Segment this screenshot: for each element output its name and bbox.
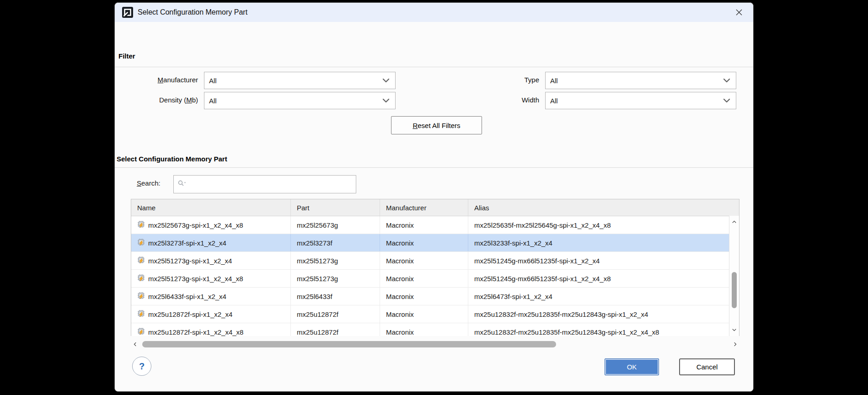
- cell-name: mx25l51273g-spi-x1_x2_x4_x8: [131, 270, 291, 287]
- parts-section-divider: [115, 167, 753, 168]
- help-button[interactable]: ?: [132, 357, 151, 376]
- dialog-titlebar: Select Configuration Memory Part: [115, 3, 753, 22]
- cell-name: mx25l6433f-spi-x1_x2_x4: [131, 288, 291, 305]
- width-dropdown[interactable]: All: [545, 92, 736, 109]
- table-body: mx25l25673g-spi-x1_x2_x4_x8 mx25l25673g …: [131, 216, 730, 336]
- memory-chip-icon: [137, 310, 145, 319]
- cell-manufacturer: Macronix: [380, 234, 468, 251]
- width-label: Width: [522, 96, 539, 104]
- memory-chip-icon: [137, 220, 145, 230]
- dialog-title: Select Configuration Memory Part: [138, 8, 247, 16]
- cell-alias: mx25l25635f-mx25l25645g-spi-x1_x2_x4_x8: [468, 216, 730, 234]
- cell-alias: mx25u12832f-mx25u12835f-mx25u12843g-spi-…: [468, 323, 730, 336]
- table-row[interactable]: mx25u12872f-spi-x1_x2_x4_x8 mx25u12872f …: [131, 323, 730, 336]
- horizontal-scrollbar[interactable]: [131, 340, 739, 349]
- cell-manufacturer: Macronix: [380, 270, 468, 287]
- cell-alias: mx25l51245g-mx66l51235f-spi-x1_x2_x4_x8: [468, 270, 730, 287]
- scroll-left-icon[interactable]: [131, 340, 139, 349]
- cell-part: mx25l3273f: [291, 234, 380, 251]
- cell-alias: mx25l51245g-mx66l51235f-spi-x1_x2_x4: [468, 252, 730, 269]
- density-label: Density (Mb): [159, 96, 198, 104]
- type-label: Type: [524, 76, 539, 84]
- scroll-up-icon[interactable]: [729, 217, 739, 227]
- table-row[interactable]: mx25l3273f-spi-x1_x2_x4 mx25l3273f Macro…: [131, 234, 730, 252]
- table-row[interactable]: mx25l25673g-spi-x1_x2_x4_x8 mx25l25673g …: [131, 216, 730, 234]
- column-header-part[interactable]: Part: [291, 199, 380, 216]
- cell-alias: mx25l3233f-spi-x1_x2_x4: [468, 234, 730, 251]
- table-row[interactable]: mx25l6433f-spi-x1_x2_x4 mx25l6433f Macro…: [131, 288, 730, 305]
- table-header-row: Name Part Manufacturer Alias: [131, 199, 739, 216]
- column-header-name[interactable]: Name: [131, 199, 291, 216]
- memory-chip-icon: [137, 327, 145, 336]
- chevron-down-icon: [723, 97, 730, 106]
- memory-chip-icon: [137, 256, 145, 265]
- table-row[interactable]: mx25l51273g-spi-x1_x2_x4_x8 mx25l51273g …: [131, 270, 730, 288]
- memory-chip-icon: [137, 274, 145, 283]
- close-icon[interactable]: [732, 5, 746, 19]
- type-dropdown[interactable]: All: [545, 72, 736, 89]
- cell-alias: mx25u12832f-mx25u12835f-mx25u12843g-spi-…: [468, 305, 730, 323]
- column-header-manufacturer[interactable]: Manufacturer: [380, 199, 468, 216]
- type-dropdown-value: All: [550, 77, 558, 85]
- vertical-scrollbar[interactable]: [729, 216, 739, 336]
- desktop-background: Select Configuration Memory Part Filter …: [0, 0, 868, 395]
- parts-section-title: Select Configuration Memory Part: [117, 155, 227, 163]
- table-row[interactable]: mx25u12872f-spi-x1_x2_x4 mx25u12872f Mac…: [131, 305, 730, 323]
- cell-manufacturer: Macronix: [380, 323, 468, 336]
- search-box: [173, 175, 356, 193]
- width-dropdown-value: All: [550, 97, 558, 105]
- cell-part: mx25l51273g: [291, 270, 380, 287]
- scroll-right-icon[interactable]: [731, 340, 739, 349]
- cell-name: mx25u12872f-spi-x1_x2_x4: [131, 305, 291, 323]
- filter-section-title: Filter: [118, 52, 135, 60]
- cell-part: mx25l51273g: [291, 252, 380, 269]
- filter-section-divider: [115, 67, 753, 67]
- density-dropdown[interactable]: All: [204, 92, 396, 109]
- search-input[interactable]: [189, 180, 352, 189]
- cell-manufacturer: Macronix: [380, 288, 468, 305]
- cell-alias: mx25l6473f-spi-x1_x2_x4: [468, 288, 730, 305]
- xilinx-app-icon: [122, 7, 133, 18]
- chevron-down-icon: [723, 77, 730, 85]
- cell-name: mx25l25673g-spi-x1_x2_x4_x8: [131, 216, 291, 234]
- cell-name: mx25u12872f-spi-x1_x2_x4_x8: [131, 323, 291, 336]
- cell-part: mx25l25673g: [291, 216, 380, 234]
- memory-chip-icon: [137, 292, 145, 301]
- table-row[interactable]: mx25l51273g-spi-x1_x2_x4 mx25l51273g Mac…: [131, 252, 730, 270]
- select-configuration-memory-part-dialog: Select Configuration Memory Part Filter …: [114, 2, 754, 392]
- manufacturer-label: Manufacturer: [158, 76, 198, 84]
- column-header-alias[interactable]: Alias: [468, 199, 739, 216]
- chevron-down-icon: [382, 77, 390, 85]
- scroll-down-icon[interactable]: [729, 325, 739, 335]
- cell-part: mx25u12872f: [291, 305, 380, 323]
- cell-part: mx25l6433f: [291, 288, 380, 305]
- cell-part: mx25u12872f: [291, 323, 380, 336]
- ok-button[interactable]: OK: [605, 358, 659, 375]
- cell-name: mx25l51273g-spi-x1_x2_x4: [131, 252, 291, 269]
- horizontal-scrollbar-thumb[interactable]: [142, 341, 556, 347]
- reset-all-filters-button[interactable]: Reset All Filters: [391, 116, 482, 134]
- cell-manufacturer: Macronix: [380, 252, 468, 269]
- vertical-scrollbar-thumb[interactable]: [732, 272, 737, 308]
- cell-name: mx25l3273f-spi-x1_x2_x4: [131, 234, 291, 251]
- memory-part-table: Name Part Manufacturer Alias mx25l25673g…: [131, 199, 739, 336]
- memory-chip-icon: [137, 238, 145, 247]
- cancel-button[interactable]: Cancel: [679, 358, 735, 375]
- density-dropdown-value: All: [209, 97, 217, 105]
- search-icon: [177, 180, 187, 189]
- chevron-down-icon: [382, 97, 390, 106]
- manufacturer-dropdown[interactable]: All: [204, 72, 396, 89]
- cell-manufacturer: Macronix: [380, 216, 468, 234]
- manufacturer-dropdown-value: All: [209, 77, 217, 85]
- search-label: Search:: [137, 179, 161, 187]
- cell-manufacturer: Macronix: [380, 305, 468, 323]
